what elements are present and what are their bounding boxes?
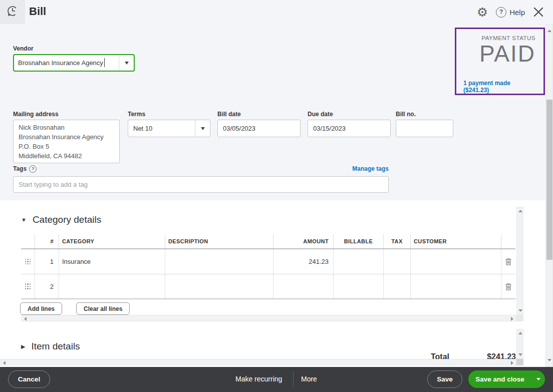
row-number: 2 xyxy=(35,274,59,298)
page-title: Bill xyxy=(29,5,46,18)
save-options-dropdown-button[interactable] xyxy=(531,370,545,388)
drag-handle-icon[interactable] xyxy=(25,258,32,265)
scroll-up-icon[interactable] xyxy=(518,210,522,212)
horizontal-scrollbar[interactable] xyxy=(0,359,516,365)
text-caret xyxy=(104,58,105,67)
col-header-billable: BILLABLE xyxy=(334,234,384,248)
vendor-dropdown-button[interactable] xyxy=(119,55,134,71)
amount-cell[interactable]: 241.23 xyxy=(273,249,334,274)
billable-cell[interactable] xyxy=(334,249,384,274)
more-button[interactable]: More xyxy=(301,375,317,383)
bill-date-label: Bill date xyxy=(217,111,241,118)
bill-no-input[interactable] xyxy=(396,120,453,137)
recent-transactions-button[interactable] xyxy=(0,0,25,24)
vendor-label: Vendor xyxy=(13,45,34,52)
amount-cell[interactable] xyxy=(273,274,334,298)
row-number: 1 xyxy=(35,249,59,274)
help-question-icon: ? xyxy=(496,7,506,18)
scroll-down-icon[interactable] xyxy=(547,359,551,361)
chevron-down-icon xyxy=(125,62,129,65)
scrollbar-thumb[interactable] xyxy=(546,100,552,260)
scroll-up-icon[interactable] xyxy=(518,332,522,334)
scroll-right-icon[interactable] xyxy=(511,361,513,365)
scroll-left-icon[interactable] xyxy=(3,361,6,365)
table-row: 2 xyxy=(21,274,515,299)
item-details-title: Item details xyxy=(31,341,80,352)
tax-cell[interactable] xyxy=(384,249,411,274)
billable-cell[interactable] xyxy=(334,274,384,298)
description-cell[interactable] xyxy=(165,249,273,274)
item-details-toggle[interactable]: ▶ Item details xyxy=(21,341,80,352)
page-vertical-scrollbar[interactable] xyxy=(545,24,553,367)
save-and-close-button[interactable]: Save and close xyxy=(468,370,531,388)
clock-history-icon xyxy=(6,5,19,20)
table-header-row: # CATEGORY DESCRIPTION AMOUNT BILLABLE T… xyxy=(21,234,515,249)
customer-cell[interactable] xyxy=(411,274,501,298)
tags-label: Tags xyxy=(13,165,27,172)
category-details-title: Category details xyxy=(33,214,101,225)
payment-made-link[interactable]: 1 payment made ($241.23) xyxy=(463,80,535,94)
action-bar: Cancel Make recurring More Save Save and… xyxy=(0,367,553,392)
scrollbar-corner xyxy=(516,359,523,365)
cancel-button[interactable]: Cancel xyxy=(8,370,50,388)
tags-help-icon[interactable]: ? xyxy=(29,165,37,173)
category-cell[interactable]: Insurance xyxy=(59,249,165,274)
payment-status-value: PAID xyxy=(463,41,535,67)
horizontal-scrollbar[interactable] xyxy=(21,315,516,321)
mailing-address-label: Mailing address xyxy=(13,111,59,118)
save-button[interactable]: Save xyxy=(427,370,462,388)
bill-date-input[interactable] xyxy=(217,120,301,137)
chevron-down-icon xyxy=(536,378,540,380)
scroll-right-icon[interactable] xyxy=(511,317,513,321)
scroll-down-icon[interactable] xyxy=(518,353,522,356)
trash-icon[interactable] xyxy=(504,282,512,291)
add-lines-button[interactable]: Add lines xyxy=(20,302,62,315)
manage-tags-link[interactable]: Manage tags xyxy=(352,165,389,172)
clear-all-lines-button[interactable]: Clear all lines xyxy=(76,302,130,315)
tags-input[interactable] xyxy=(13,176,389,193)
description-cell[interactable] xyxy=(165,274,273,298)
due-date-label: Due date xyxy=(308,111,333,118)
due-date-input[interactable] xyxy=(308,120,391,137)
expand-triangle-icon: ▶ xyxy=(21,343,25,350)
help-label: Help xyxy=(509,8,525,17)
terms-value: Net 10 xyxy=(128,120,195,137)
terms-dropdown-button[interactable] xyxy=(195,120,210,137)
footer-divider xyxy=(293,371,294,387)
scroll-left-icon[interactable] xyxy=(24,317,27,321)
terms-label: Terms xyxy=(128,111,145,118)
chevron-down-icon xyxy=(201,127,205,130)
category-details-toggle[interactable]: ▼ Category details xyxy=(21,214,101,225)
drag-handle-icon[interactable] xyxy=(25,283,32,290)
col-header-tax: TAX xyxy=(384,234,411,248)
terms-select[interactable]: Net 10 xyxy=(128,120,210,137)
vendor-field xyxy=(13,54,135,72)
vendor-input[interactable] xyxy=(14,55,119,71)
make-recurring-button[interactable]: Make recurring xyxy=(235,375,282,383)
payment-status-box: PAYMENT STATUS PAID 1 payment made ($241… xyxy=(455,28,545,95)
col-header-description: DESCRIPTION xyxy=(165,234,273,248)
bill-no-label: Bill no. xyxy=(396,111,416,118)
vertical-scrollbar[interactable] xyxy=(516,329,523,359)
table-row: 1 Insurance 241.23 xyxy=(21,249,515,274)
trash-icon[interactable] xyxy=(504,257,512,266)
mailing-address-field[interactable]: Nick Brosnahan Brosnahan Insurance Agenc… xyxy=(13,120,120,163)
category-details-table: # CATEGORY DESCRIPTION AMOUNT BILLABLE T… xyxy=(21,234,515,299)
close-icon[interactable] xyxy=(533,7,544,18)
col-header-amount: AMOUNT xyxy=(273,234,334,248)
gear-icon[interactable]: ⚙ xyxy=(477,6,488,19)
col-header-category: CATEGORY xyxy=(59,234,165,248)
col-header-customer: CUSTOMER xyxy=(411,234,501,248)
customer-cell[interactable] xyxy=(411,249,501,274)
collapse-triangle-icon: ▼ xyxy=(21,217,27,223)
category-cell[interactable] xyxy=(59,274,165,298)
scrollbar-corner xyxy=(516,315,523,321)
scroll-down-icon[interactable] xyxy=(518,309,522,312)
vertical-scrollbar[interactable] xyxy=(516,207,523,315)
scroll-up-icon[interactable] xyxy=(547,30,551,32)
tax-cell[interactable] xyxy=(384,274,411,298)
col-header-num: # xyxy=(35,234,59,248)
help-button[interactable]: ? Help xyxy=(496,7,525,18)
